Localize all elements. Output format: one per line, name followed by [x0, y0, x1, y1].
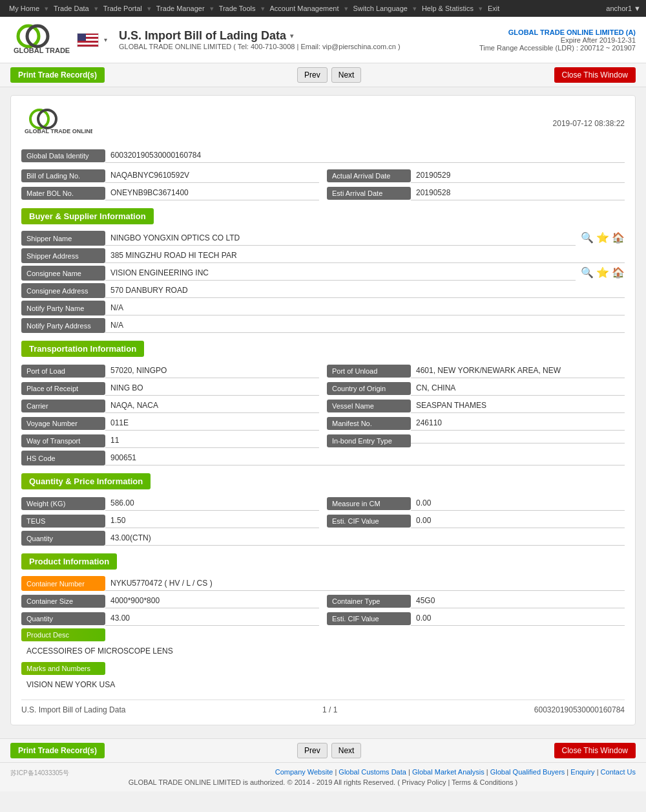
bol-no-field: Bill of Lading No. NAQABNYC9610592V [21, 168, 319, 183]
vessel-field: Vessel Name SEASPAN THAMES [327, 398, 625, 413]
nav-trade-manager[interactable]: Trade Manager [152, 3, 209, 14]
nav-buttons-bottom: Prev Next [296, 743, 362, 758]
footer-link-market[interactable]: Global Market Analysis [412, 768, 484, 776]
notify-party-address-row: Notify Party Address N/A [21, 318, 625, 333]
notify-party-name-row: Notify Party Name N/A [21, 301, 625, 315]
flag-dropdown[interactable]: ▾ [104, 36, 107, 43]
shipper-name-label: Shipper Name [21, 231, 105, 246]
nav-help-stats[interactable]: Help & Statistics [418, 3, 477, 14]
container-type-label: Container Type [327, 595, 411, 608]
nav-account-mgmt[interactable]: Account Management [266, 3, 343, 14]
record-card: GLOBAL TRADE ONLINE LIMITED 2019-07-12 0… [10, 95, 636, 725]
buyer-supplier-header: Buyer & Supplier Information [21, 208, 154, 224]
close-button-bottom[interactable]: Close This Window [554, 743, 636, 758]
voyage-label: Voyage Number [21, 417, 105, 430]
main-content: GLOBAL TRADE ONLINE LIMITED 2019-07-12 0… [0, 87, 646, 738]
company-link[interactable]: GLOBAL TRADE ONLINE LIMITED (A) [508, 28, 636, 36]
shipper-icons: 🔍 ⭐ 🏠 [581, 231, 625, 246]
nav-switch-lang[interactable]: Switch Language [349, 3, 412, 14]
way-transport-value: 11 [105, 433, 319, 448]
receipt-origin-row: Place of Receipt NING BO Country of Orig… [21, 381, 625, 396]
teus-field: TEUS 1.50 [21, 513, 319, 528]
search-icon[interactable]: 🔍 [581, 231, 594, 244]
flag-and-title: ▾ U.S. Import Bill of Lading Data ▾ GLOB… [77, 29, 401, 50]
print-button-bottom[interactable]: Print Trade Record(s) [10, 743, 105, 758]
header-subtitle: GLOBAL TRADE ONLINE LIMITED ( Tel: 400-7… [119, 43, 401, 50]
consignee-star-icon[interactable]: ⭐ [596, 266, 609, 279]
port-load-value: 57020, NINGPO [105, 363, 319, 378]
qty-label: Quantity [21, 531, 105, 546]
container-number-label: Container Number [21, 576, 105, 591]
footer-copyright: GLOBAL TRADE ONLINE LIMITED is authorize… [10, 778, 636, 786]
next-button-top[interactable]: Next [331, 67, 362, 83]
notify-party-address-label: Notify Party Address [21, 318, 105, 333]
top-action-bar: Print Trade Record(s) Prev Next Close Th… [0, 63, 646, 87]
qty-price-header: Quantity & Price Information [21, 473, 151, 489]
home-icon[interactable]: 🏠 [612, 231, 625, 244]
inbond-field: In-bond Entry Type [327, 433, 625, 448]
nav-exit[interactable]: Exit [484, 3, 503, 14]
consignee-icons: 🔍 ⭐ 🏠 [581, 266, 625, 281]
country-origin-label: Country of Origin [327, 382, 411, 395]
nav-trade-data[interactable]: Trade Data [50, 3, 93, 14]
bottom-action-bar: Print Trade Record(s) Prev Next Close Th… [0, 738, 646, 762]
top-navigation: My Home ▾ Trade Data ▾ Trade Portal ▾ Tr… [0, 0, 646, 17]
star-icon[interactable]: ⭐ [596, 231, 609, 244]
next-button-bottom[interactable]: Next [331, 743, 362, 758]
consignee-name-label: Consignee Name [21, 266, 105, 281]
consignee-address-label: Consignee Address [21, 283, 105, 298]
prev-button-bottom[interactable]: Prev [297, 743, 328, 758]
voyage-field: Voyage Number 011E [21, 416, 319, 431]
container-size-label: Container Size [21, 595, 105, 608]
port-unload-label: Port of Unload [327, 365, 411, 378]
voyage-manifest-row: Voyage Number 011E Manifest No. 246110 [21, 416, 625, 431]
bol-no-label: Bill of Lading No. [21, 169, 105, 182]
close-button-top[interactable]: Close This Window [554, 67, 636, 83]
record-footer: U.S. Import Bill of Lading Data 1 / 1 60… [21, 700, 625, 714]
product-cif-label: Esti. CIF Value [327, 612, 411, 625]
voyage-value: 011E [105, 416, 319, 431]
weight-value: 586.00 [105, 496, 319, 511]
site-footer: 苏ICP备14033305号 Company Website | Global … [0, 762, 646, 791]
country-origin-value: CN, CHINA [411, 381, 625, 396]
product-desc-value: ACCESSOIRES OF MICROSCOPE LENS [21, 644, 625, 658]
footer-link-buyers[interactable]: Global Qualified Buyers [490, 768, 565, 776]
notify-party-name-label: Notify Party Name [21, 301, 105, 315]
port-load-field: Port of Load 57020, NINGPO [21, 363, 319, 378]
carrier-value: NAQA, NACA [105, 398, 319, 413]
manifest-value: 246110 [411, 416, 625, 431]
account-info: GLOBAL TRADE ONLINE LIMITED (A) Expire A… [479, 28, 636, 52]
marks-numbers-label: Marks and Numbers [21, 662, 105, 675]
svg-text:GLOBAL TRADE ONLINE LIMITED: GLOBAL TRADE ONLINE LIMITED [25, 128, 92, 134]
nav-trade-tools[interactable]: Trade Tools [215, 3, 260, 14]
place-receipt-value: NING BO [105, 381, 319, 396]
shipper-name-row: Shipper Name NINGBO YONGXIN OPTICS CO LT… [21, 231, 625, 246]
prev-button-top[interactable]: Prev [297, 67, 328, 83]
carrier-vessel-row: Carrier NAQA, NACA Vessel Name SEASPAN T… [21, 398, 625, 413]
nav-my-home[interactable]: My Home [5, 3, 43, 14]
title-dropdown[interactable]: ▾ [290, 32, 293, 39]
footer-link-company[interactable]: Company Website [275, 768, 333, 776]
nav-trade-portal[interactable]: Trade Portal [99, 3, 146, 14]
print-button-top[interactable]: Print Trade Record(s) [10, 67, 105, 83]
measure-label: Measure in CM [327, 497, 411, 510]
qty-cif-field: Esti. CIF Value 0.00 [327, 513, 625, 528]
footer-link-contact[interactable]: Contact Us [601, 768, 636, 776]
global-data-identity-value: 600320190530000160784 [105, 148, 625, 163]
page-title: U.S. Import Bill of Lading Data ▾ [119, 29, 293, 43]
product-qty-value: 43.00 [105, 611, 319, 626]
gtc-logo: GLOBAL TRADE ONLINE LIMITED [10, 22, 72, 58]
product-cif-value: 0.00 [411, 611, 625, 626]
consignee-home-icon[interactable]: 🏠 [612, 266, 625, 279]
header-title-area: U.S. Import Bill of Lading Data ▾ GLOBAL… [119, 29, 401, 50]
footer-link-customs[interactable]: Global Customs Data [339, 768, 406, 776]
footer-link-enquiry[interactable]: Enquiry [570, 768, 594, 776]
product-cif-field: Esti. CIF Value 0.00 [327, 611, 625, 626]
record-footer-id: 600320190530000160784 [534, 705, 625, 714]
record-footer-page: 1 / 1 [322, 705, 337, 714]
consignee-search-icon[interactable]: 🔍 [581, 266, 594, 279]
way-transport-label: Way of Transport [21, 434, 105, 447]
hs-code-label: HS Code [21, 451, 105, 465]
teus-label: TEUS [21, 515, 105, 528]
place-receipt-label: Place of Receipt [21, 382, 105, 395]
